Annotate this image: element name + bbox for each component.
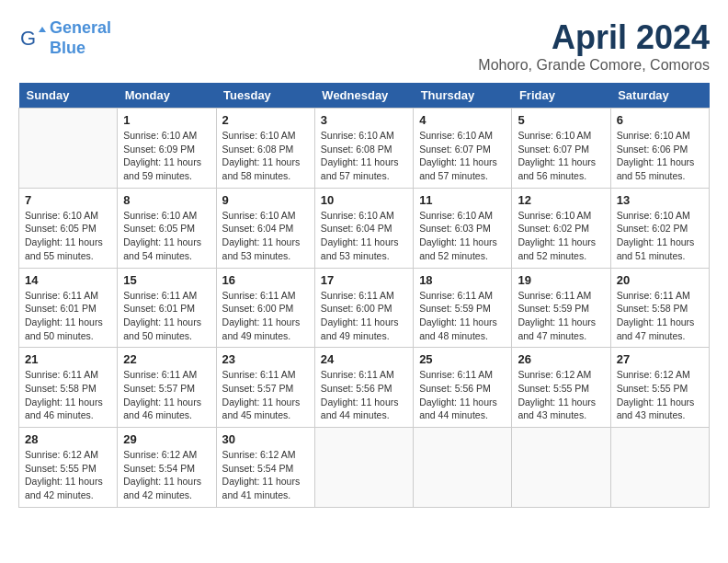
day-number: 27 bbox=[617, 352, 703, 366]
day-number: 16 bbox=[222, 273, 309, 287]
day-info: Sunrise: 6:11 AM Sunset: 6:01 PM Dayligh… bbox=[25, 289, 111, 343]
week-row-3: 21Sunrise: 6:11 AM Sunset: 5:58 PM Dayli… bbox=[19, 348, 710, 428]
calendar-cell: 22Sunrise: 6:11 AM Sunset: 5:57 PM Dayli… bbox=[118, 348, 216, 428]
day-info: Sunrise: 6:10 AM Sunset: 6:08 PM Dayligh… bbox=[222, 129, 309, 183]
day-info: Sunrise: 6:11 AM Sunset: 5:59 PM Dayligh… bbox=[419, 289, 506, 343]
day-info: Sunrise: 6:10 AM Sunset: 6:05 PM Dayligh… bbox=[25, 209, 111, 263]
calendar-cell: 24Sunrise: 6:11 AM Sunset: 5:56 PM Dayli… bbox=[314, 348, 413, 428]
day-number: 19 bbox=[518, 273, 604, 287]
day-number: 30 bbox=[222, 432, 309, 446]
calendar-cell: 11Sunrise: 6:10 AM Sunset: 6:03 PM Dayli… bbox=[414, 188, 512, 268]
day-number: 5 bbox=[518, 113, 604, 127]
day-header-friday: Friday bbox=[512, 83, 610, 109]
day-number: 3 bbox=[321, 113, 407, 127]
day-number: 26 bbox=[518, 352, 604, 366]
calendar-body: 1Sunrise: 6:10 AM Sunset: 6:09 PM Daylig… bbox=[19, 109, 710, 508]
day-number: 14 bbox=[25, 273, 111, 287]
day-info: Sunrise: 6:10 AM Sunset: 6:02 PM Dayligh… bbox=[617, 209, 703, 263]
svg-text:G: G bbox=[20, 27, 36, 50]
day-info: Sunrise: 6:12 AM Sunset: 5:55 PM Dayligh… bbox=[25, 448, 111, 502]
calendar-header-row: SundayMondayTuesdayWednesdayThursdayFrid… bbox=[19, 83, 710, 109]
calendar-cell bbox=[19, 109, 118, 189]
day-info: Sunrise: 6:12 AM Sunset: 5:54 PM Dayligh… bbox=[222, 448, 309, 502]
calendar-cell: 20Sunrise: 6:11 AM Sunset: 5:58 PM Dayli… bbox=[610, 268, 709, 348]
calendar-cell: 17Sunrise: 6:11 AM Sunset: 6:00 PM Dayli… bbox=[314, 268, 413, 348]
day-info: Sunrise: 6:12 AM Sunset: 5:54 PM Dayligh… bbox=[123, 448, 210, 502]
calendar-cell: 8Sunrise: 6:10 AM Sunset: 6:05 PM Daylig… bbox=[118, 188, 216, 268]
calendar-cell: 18Sunrise: 6:11 AM Sunset: 5:59 PM Dayli… bbox=[414, 268, 512, 348]
day-info: Sunrise: 6:11 AM Sunset: 6:00 PM Dayligh… bbox=[321, 289, 407, 343]
day-number: 9 bbox=[222, 193, 309, 207]
day-number: 10 bbox=[321, 193, 407, 207]
calendar-cell: 6Sunrise: 6:10 AM Sunset: 6:06 PM Daylig… bbox=[610, 109, 709, 189]
calendar-cell: 14Sunrise: 6:11 AM Sunset: 6:01 PM Dayli… bbox=[19, 268, 118, 348]
day-info: Sunrise: 6:11 AM Sunset: 6:01 PM Dayligh… bbox=[123, 289, 210, 343]
calendar-table: SundayMondayTuesdayWednesdayThursdayFrid… bbox=[18, 83, 710, 508]
calendar-cell: 7Sunrise: 6:10 AM Sunset: 6:05 PM Daylig… bbox=[19, 188, 118, 268]
day-info: Sunrise: 6:11 AM Sunset: 5:56 PM Dayligh… bbox=[419, 368, 506, 422]
calendar-cell bbox=[414, 428, 512, 508]
day-number: 25 bbox=[419, 352, 506, 366]
day-info: Sunrise: 6:10 AM Sunset: 6:07 PM Dayligh… bbox=[419, 129, 506, 183]
location-title: Mohoro, Grande Comore, Comoros bbox=[478, 57, 710, 74]
day-header-wednesday: Wednesday bbox=[314, 83, 413, 109]
calendar-cell bbox=[314, 428, 413, 508]
calendar-cell: 1Sunrise: 6:10 AM Sunset: 6:09 PM Daylig… bbox=[118, 109, 216, 189]
day-number: 11 bbox=[419, 193, 506, 207]
day-info: Sunrise: 6:12 AM Sunset: 5:55 PM Dayligh… bbox=[518, 368, 604, 422]
title-block: April 2024 Mohoro, Grande Comore, Comoro… bbox=[478, 18, 710, 74]
calendar-cell: 4Sunrise: 6:10 AM Sunset: 6:07 PM Daylig… bbox=[414, 109, 512, 189]
day-info: Sunrise: 6:11 AM Sunset: 5:56 PM Dayligh… bbox=[321, 368, 407, 422]
page-header: G General Blue April 2024 Mohoro, Grande… bbox=[18, 18, 710, 74]
calendar-cell: 19Sunrise: 6:11 AM Sunset: 5:59 PM Dayli… bbox=[512, 268, 610, 348]
day-info: Sunrise: 6:10 AM Sunset: 6:04 PM Dayligh… bbox=[222, 209, 309, 263]
calendar-cell bbox=[512, 428, 610, 508]
calendar-cell: 5Sunrise: 6:10 AM Sunset: 6:07 PM Daylig… bbox=[512, 109, 610, 189]
day-number: 23 bbox=[222, 352, 309, 366]
day-info: Sunrise: 6:10 AM Sunset: 6:03 PM Dayligh… bbox=[419, 209, 506, 263]
day-info: Sunrise: 6:10 AM Sunset: 6:06 PM Dayligh… bbox=[617, 129, 703, 183]
day-number: 17 bbox=[321, 273, 407, 287]
calendar-cell: 2Sunrise: 6:10 AM Sunset: 6:08 PM Daylig… bbox=[216, 109, 314, 189]
calendar-cell: 23Sunrise: 6:11 AM Sunset: 5:57 PM Dayli… bbox=[216, 348, 314, 428]
day-number: 22 bbox=[123, 352, 210, 366]
calendar-cell bbox=[610, 428, 709, 508]
day-number: 7 bbox=[25, 193, 111, 207]
day-info: Sunrise: 6:10 AM Sunset: 6:09 PM Dayligh… bbox=[123, 129, 210, 183]
day-info: Sunrise: 6:10 AM Sunset: 6:05 PM Dayligh… bbox=[123, 209, 210, 263]
day-header-saturday: Saturday bbox=[610, 83, 709, 109]
calendar-cell: 21Sunrise: 6:11 AM Sunset: 5:58 PM Dayli… bbox=[19, 348, 118, 428]
day-info: Sunrise: 6:11 AM Sunset: 5:57 PM Dayligh… bbox=[123, 368, 210, 422]
day-number: 2 bbox=[222, 113, 309, 127]
calendar-cell: 27Sunrise: 6:12 AM Sunset: 5:55 PM Dayli… bbox=[610, 348, 709, 428]
day-info: Sunrise: 6:10 AM Sunset: 6:07 PM Dayligh… bbox=[518, 129, 604, 183]
calendar-cell: 15Sunrise: 6:11 AM Sunset: 6:01 PM Dayli… bbox=[118, 268, 216, 348]
week-row-0: 1Sunrise: 6:10 AM Sunset: 6:09 PM Daylig… bbox=[19, 109, 710, 189]
day-number: 4 bbox=[419, 113, 506, 127]
month-title: April 2024 bbox=[478, 18, 710, 57]
day-info: Sunrise: 6:10 AM Sunset: 6:08 PM Dayligh… bbox=[321, 129, 407, 183]
day-number: 28 bbox=[25, 432, 111, 446]
day-info: Sunrise: 6:11 AM Sunset: 5:59 PM Dayligh… bbox=[518, 289, 604, 343]
logo-line1: General bbox=[50, 18, 111, 37]
week-row-4: 28Sunrise: 6:12 AM Sunset: 5:55 PM Dayli… bbox=[19, 428, 710, 508]
day-info: Sunrise: 6:10 AM Sunset: 6:04 PM Dayligh… bbox=[321, 209, 407, 263]
svg-marker-1 bbox=[39, 27, 46, 32]
calendar-cell: 10Sunrise: 6:10 AM Sunset: 6:04 PM Dayli… bbox=[314, 188, 413, 268]
day-info: Sunrise: 6:11 AM Sunset: 5:58 PM Dayligh… bbox=[25, 368, 111, 422]
day-header-monday: Monday bbox=[118, 83, 216, 109]
calendar-cell: 30Sunrise: 6:12 AM Sunset: 5:54 PM Dayli… bbox=[216, 428, 314, 508]
day-number: 13 bbox=[617, 193, 703, 207]
day-info: Sunrise: 6:11 AM Sunset: 6:00 PM Dayligh… bbox=[222, 289, 309, 343]
calendar-cell: 3Sunrise: 6:10 AM Sunset: 6:08 PM Daylig… bbox=[314, 109, 413, 189]
calendar-cell: 29Sunrise: 6:12 AM Sunset: 5:54 PM Dayli… bbox=[118, 428, 216, 508]
day-number: 21 bbox=[25, 352, 111, 366]
calendar-cell: 13Sunrise: 6:10 AM Sunset: 6:02 PM Dayli… bbox=[610, 188, 709, 268]
day-number: 24 bbox=[321, 352, 407, 366]
day-header-tuesday: Tuesday bbox=[216, 83, 314, 109]
day-number: 18 bbox=[419, 273, 506, 287]
week-row-2: 14Sunrise: 6:11 AM Sunset: 6:01 PM Dayli… bbox=[19, 268, 710, 348]
calendar-cell: 26Sunrise: 6:12 AM Sunset: 5:55 PM Dayli… bbox=[512, 348, 610, 428]
calendar-cell: 12Sunrise: 6:10 AM Sunset: 6:02 PM Dayli… bbox=[512, 188, 610, 268]
day-info: Sunrise: 6:11 AM Sunset: 5:57 PM Dayligh… bbox=[222, 368, 309, 422]
